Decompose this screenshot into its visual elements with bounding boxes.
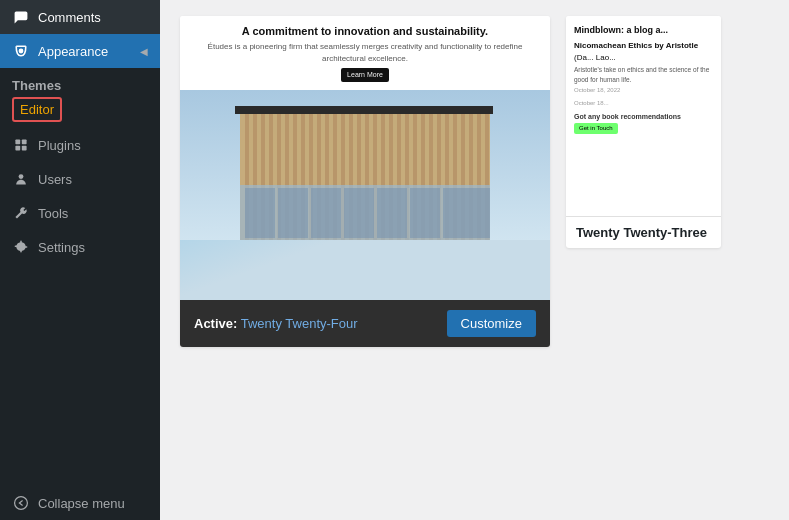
plugins-icon (12, 136, 30, 154)
sidebar-comments-label: Comments (38, 10, 101, 25)
tt3-post-1: Nicomachean Ethics by Aristotle (Da... L… (574, 41, 713, 95)
tt3-blog-title: Mindblown: a blog a... (574, 24, 713, 38)
themes-grid: A commitment to innovation and sustainab… (180, 16, 769, 347)
tt3-cta-text: Got any book recommendations (574, 112, 713, 123)
svg-point-0 (19, 49, 24, 54)
active-theme-display-name: Twenty Twenty-Four (241, 316, 358, 331)
tt3-post2-date: October 18... (574, 99, 713, 108)
sidebar: Comments Appearance ◀ Themes Editor Plug… (0, 0, 160, 520)
active-theme-preview-subtitle: Études is a pioneering firm that seamles… (192, 41, 538, 63)
sidebar-item-appearance[interactable]: Appearance ◀ (0, 34, 160, 68)
sidebar-item-plugins[interactable]: Plugins (0, 128, 160, 162)
sidebar-item-tools[interactable]: Tools (0, 196, 160, 230)
sidebar-users-label: Users (38, 172, 72, 187)
inactive-theme-label: Twenty Twenty-Three (566, 216, 721, 248)
active-theme-preview-title: A commitment to innovation and sustainab… (192, 24, 538, 39)
svg-rect-47 (410, 188, 440, 238)
active-theme-top-preview: A commitment to innovation and sustainab… (180, 16, 550, 90)
settings-icon (12, 238, 30, 256)
active-theme-footer: Active: Twenty Twenty-Four Customize (180, 300, 550, 347)
tt3-cta-btn: Get in Touch (574, 123, 618, 134)
active-theme-name-label: Active: Twenty Twenty-Four (194, 316, 358, 331)
svg-rect-46 (377, 188, 407, 238)
inactive-theme-card: Mindblown: a blog a... Nicomachean Ethic… (566, 16, 721, 248)
sidebar-settings-label: Settings (38, 240, 85, 255)
appearance-icon (12, 42, 30, 60)
active-theme-building-image (180, 90, 550, 300)
tt3-post1-text: Aristotle's take on ethics and the scien… (574, 65, 713, 85)
svg-rect-2 (22, 139, 27, 144)
svg-rect-44 (311, 188, 341, 238)
svg-rect-3 (15, 146, 20, 151)
tt3-preview: Mindblown: a blog a... Nicomachean Ethic… (566, 16, 721, 216)
active-theme-card: A commitment to innovation and sustainab… (180, 16, 550, 347)
svg-rect-1 (15, 139, 20, 144)
customize-button[interactable]: Customize (447, 310, 536, 337)
tt3-post-row: Nicomachean Ethics by Aristotle (Da... L… (574, 41, 713, 95)
collapse-icon (12, 494, 30, 512)
tt3-content: Mindblown: a blog a... Nicomachean Ethic… (574, 24, 713, 134)
active-theme-preview-btn: Learn More (341, 68, 389, 82)
main-content: A commitment to innovation and sustainab… (160, 0, 789, 520)
svg-point-7 (15, 497, 28, 510)
tt3-post1-subtitle: (Da... Lao... (574, 53, 713, 63)
sidebar-collapse-label: Collapse menu (38, 496, 125, 511)
sidebar-plugins-label: Plugins (38, 138, 81, 153)
svg-point-5 (19, 174, 24, 179)
sidebar-tools-label: Tools (38, 206, 68, 221)
sidebar-item-users[interactable]: Users (0, 162, 160, 196)
themes-editor-section: Themes Editor (0, 68, 160, 128)
svg-rect-45 (344, 188, 374, 238)
users-icon (12, 170, 30, 188)
svg-rect-4 (22, 146, 27, 151)
tt3-post1-date: October 18, 2022 (574, 86, 713, 95)
tools-icon (12, 204, 30, 222)
appearance-arrow: ◀ (140, 46, 148, 57)
sidebar-item-comments[interactable]: Comments (0, 0, 160, 34)
sidebar-item-settings[interactable]: Settings (0, 230, 160, 264)
svg-rect-48 (443, 188, 490, 238)
themes-label: Themes (12, 74, 148, 95)
svg-rect-43 (278, 188, 308, 238)
sidebar-appearance-label: Appearance (38, 44, 108, 59)
active-word: Active: (194, 316, 237, 331)
editor-link[interactable]: Editor (12, 97, 62, 122)
sidebar-item-collapse[interactable]: Collapse menu (0, 486, 160, 520)
comments-icon (12, 8, 30, 26)
svg-rect-42 (245, 188, 275, 238)
svg-rect-49 (235, 106, 493, 114)
tt3-post1-title: Nicomachean Ethics by Aristotle (574, 41, 713, 51)
